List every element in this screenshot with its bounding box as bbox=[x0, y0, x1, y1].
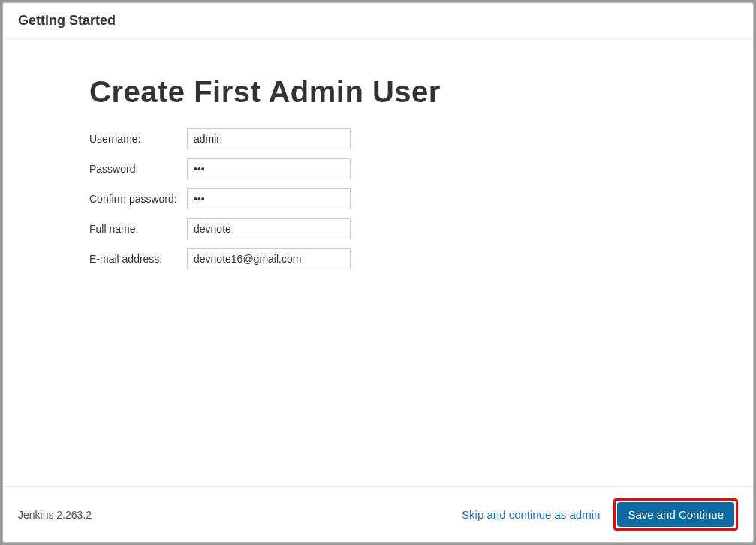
password-input[interactable] bbox=[187, 158, 351, 179]
password-row: Password: bbox=[89, 154, 351, 184]
wizard-header-title: Getting Started bbox=[18, 13, 738, 29]
footer-actions: Skip and continue as admin Save and Cont… bbox=[457, 498, 738, 531]
setup-wizard-window: Getting Started Create First Admin User … bbox=[2, 2, 754, 543]
wizard-footer: Jenkins 2.263.2 Skip and continue as adm… bbox=[3, 486, 753, 542]
email-input[interactable] bbox=[187, 248, 351, 269]
email-row: E-mail address: bbox=[89, 244, 351, 274]
save-and-continue-button[interactable]: Save and Continue bbox=[617, 502, 734, 527]
password-label: Password: bbox=[89, 154, 187, 184]
confirm-password-label: Confirm password: bbox=[89, 184, 187, 214]
wizard-header: Getting Started bbox=[3, 3, 753, 39]
version-label: Jenkins 2.263.2 bbox=[18, 509, 92, 521]
fullname-row: Full name: bbox=[89, 214, 351, 244]
email-label: E-mail address: bbox=[89, 244, 187, 274]
wizard-main: Create First Admin User Username: Passwo… bbox=[3, 39, 753, 486]
save-button-highlight: Save and Continue bbox=[613, 498, 738, 531]
admin-user-form: Username: Password: Confirm password: Fu… bbox=[89, 124, 351, 274]
page-title: Create First Admin User bbox=[89, 75, 667, 109]
username-input[interactable] bbox=[187, 128, 351, 149]
skip-button[interactable]: Skip and continue as admin bbox=[457, 502, 604, 527]
confirm-password-input[interactable] bbox=[187, 188, 351, 209]
fullname-label: Full name: bbox=[89, 214, 187, 244]
username-row: Username: bbox=[89, 124, 351, 154]
fullname-input[interactable] bbox=[187, 218, 351, 239]
confirm-password-row: Confirm password: bbox=[89, 184, 351, 214]
username-label: Username: bbox=[89, 124, 187, 154]
